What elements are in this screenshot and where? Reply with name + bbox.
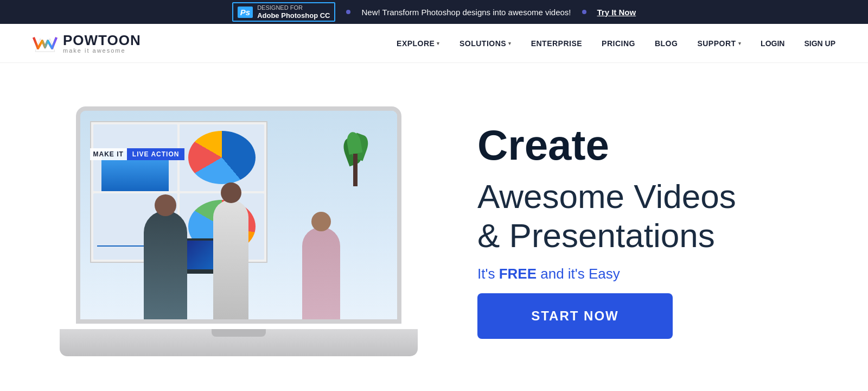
person-left — [144, 211, 187, 319]
nav-item-explore[interactable]: EXPLORE ▾ — [397, 39, 440, 48]
banner-message: New! Transform Photoshop designs into aw… — [361, 8, 571, 17]
free-text-suffix: and it's Easy — [537, 266, 620, 282]
plant-decoration — [339, 121, 372, 186]
top-banner: Ps DESIGNED FOR Adobe Photoshop CC New! … — [0, 0, 868, 24]
laptop-base — [60, 329, 418, 356]
nav-signup-link[interactable]: SIGN UP — [804, 39, 835, 48]
logo-text: POWTOON make it awesome — [63, 33, 141, 54]
navbar: POWTOON make it awesome EXPLORE ▾ SOLUTI… — [0, 24, 868, 63]
start-now-button[interactable]: START NOW — [477, 293, 673, 339]
nav-item-support[interactable]: SUPPORT ▾ — [697, 39, 741, 48]
hero-right: Create Awesome Videos& Presentations It'… — [434, 124, 825, 339]
nav-support-label: SUPPORT — [697, 39, 736, 48]
adobe-text: Adobe Photoshop CC — [257, 11, 330, 20]
laptop-notch — [212, 329, 266, 337]
person-left-head — [155, 194, 176, 216]
nav-pricing-label: PRICING — [602, 39, 635, 48]
banner-dot-1 — [346, 10, 350, 14]
plant-stem — [353, 154, 358, 186]
person-standing — [213, 200, 248, 319]
logo-area[interactable]: POWTOON make it awesome — [33, 33, 141, 54]
hero-title-sub: Awesome Videos& Presentations — [477, 177, 825, 255]
nav-item-blog[interactable]: BLOG — [655, 39, 678, 48]
nav-links: EXPLORE ▾ SOLUTIONS ▾ ENTERPRISE PRICING… — [397, 39, 835, 48]
live-action-overlay: MAKE IT LIVE ACTION — [90, 148, 185, 160]
nav-blog-label: BLOG — [655, 39, 678, 48]
nav-enterprise-label: ENTERPRISE — [531, 39, 582, 48]
person-right — [302, 227, 340, 319]
live-action-badge: LIVE ACTION — [127, 148, 185, 160]
designed-for-label: DESIGNED FOR — [257, 4, 303, 11]
logo-name: POWTOON — [63, 33, 141, 47]
free-text-prefix: It's — [477, 266, 499, 282]
try-it-now-link[interactable]: Try It Now — [597, 8, 636, 17]
nav-support-caret: ▾ — [738, 41, 742, 46]
free-bold: FREE — [499, 266, 537, 282]
person-standing-head — [221, 182, 241, 203]
nav-explore-label: EXPLORE — [397, 39, 435, 48]
nav-login-link[interactable]: LOGIN — [761, 39, 784, 48]
nav-solutions-label: SOLUTIONS — [459, 39, 506, 48]
ps-badge-text: DESIGNED FOR Adobe Photoshop CC — [257, 4, 330, 20]
ps-badge: Ps DESIGNED FOR Adobe Photoshop CC — [232, 2, 336, 22]
banner-dot-2 — [582, 10, 586, 14]
logo-tagline: make it awesome — [63, 47, 141, 54]
laptop-screen: MAKE IT LIVE ACTION — [76, 106, 401, 324]
hero-left: MAKE IT LIVE ACTION — [43, 106, 434, 356]
powtoon-logo-icon — [33, 33, 58, 54]
nav-item-solutions[interactable]: SOLUTIONS ▾ — [459, 39, 512, 48]
laptop-mockup: MAKE IT LIVE ACTION — [60, 106, 418, 356]
person-right-head — [311, 212, 331, 231]
nav-explore-caret: ▾ — [437, 41, 440, 46]
ps-logo-icon: Ps — [238, 7, 253, 18]
hero-free-text: It's FREE and it's Easy — [477, 266, 825, 282]
nav-item-pricing[interactable]: PRICING — [602, 39, 635, 48]
hero-section: MAKE IT LIVE ACTION — [0, 63, 868, 391]
nav-solutions-caret: ▾ — [508, 41, 512, 46]
hero-title-create: Create — [477, 124, 825, 166]
laptop-screen-inner: MAKE IT LIVE ACTION — [80, 111, 397, 319]
make-it-text: MAKE IT — [90, 148, 127, 160]
pie-chart-blue — [188, 131, 256, 184]
nav-item-enterprise[interactable]: ENTERPRISE — [531, 39, 582, 48]
chart-cell-2 — [180, 124, 264, 191]
